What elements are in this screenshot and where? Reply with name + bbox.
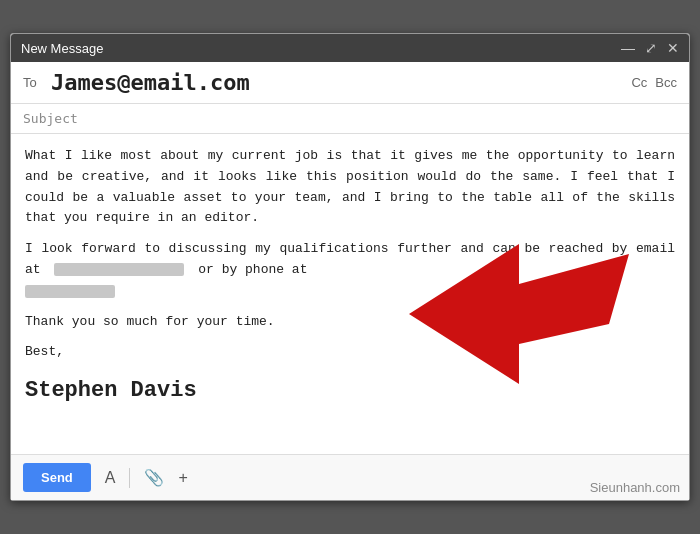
font-icon[interactable]: A — [105, 469, 116, 487]
paragraph-1: What I like most about my current job is… — [25, 146, 675, 229]
close-button[interactable]: ✕ — [667, 40, 679, 56]
paragraph-2-middle: or by phone at — [198, 262, 307, 277]
to-address-field[interactable]: James@email.com — [51, 70, 631, 95]
cc-button[interactable]: Cc — [631, 75, 647, 90]
watermark: Sieunhanh.com — [590, 480, 680, 495]
subject-label: Subject — [23, 111, 78, 126]
email-body[interactable]: What I like most about my current job is… — [11, 134, 689, 454]
toolbar-divider — [129, 468, 130, 488]
attach-icon[interactable]: 📎 — [144, 468, 164, 487]
cc-bcc-controls: Cc Bcc — [631, 75, 677, 90]
to-label: To — [23, 75, 43, 90]
minimize-button[interactable]: — — [621, 40, 635, 56]
closing: Best, — [25, 342, 675, 363]
phone-blurred — [25, 285, 115, 298]
paragraph-3: Thank you so much for your time. — [25, 312, 675, 333]
bcc-button[interactable]: Bcc — [655, 75, 677, 90]
title-bar: New Message — ⤢ ✕ — [11, 34, 689, 62]
maximize-button[interactable]: ⤢ — [645, 40, 657, 56]
to-row: To James@email.com Cc Bcc — [11, 62, 689, 104]
signature: Stephen Davis — [25, 373, 675, 408]
subject-row[interactable]: Subject — [11, 104, 689, 134]
body-text: What I like most about my current job is… — [25, 146, 675, 408]
paragraph-2: I look forward to discussing my qualific… — [25, 239, 675, 301]
window-title: New Message — [21, 41, 103, 56]
more-options-icon[interactable]: + — [178, 469, 187, 487]
send-button[interactable]: Send — [23, 463, 91, 492]
email-toolbar: Send A 📎 + — [11, 454, 689, 500]
email-blurred — [54, 263, 184, 276]
email-compose-window: New Message — ⤢ ✕ To James@email.com Cc … — [10, 33, 690, 501]
window-controls: — ⤢ ✕ — [621, 40, 679, 56]
